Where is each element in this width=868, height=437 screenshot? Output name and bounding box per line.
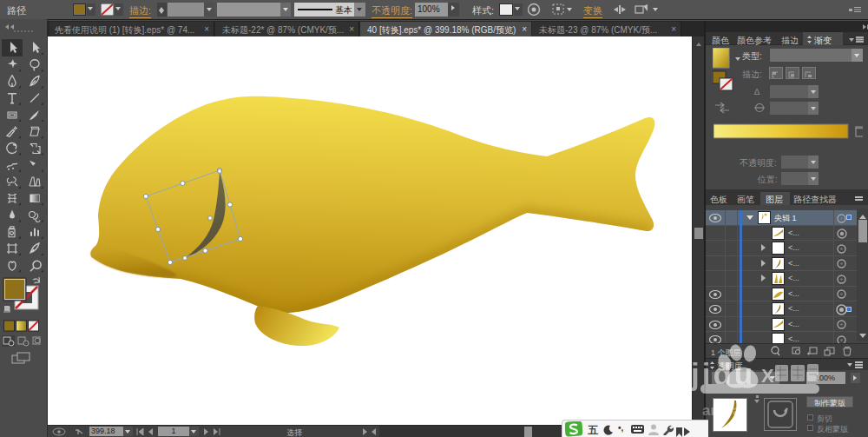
svg-text:an.ba: an.ba — [702, 402, 741, 419]
svg-text:X: X — [761, 365, 774, 387]
